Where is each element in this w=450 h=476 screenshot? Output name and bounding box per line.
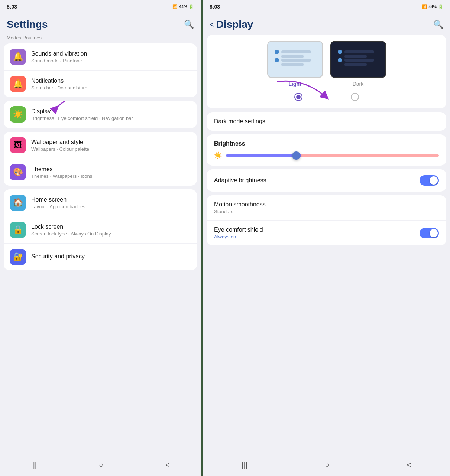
wallpaper-subtitle: Wallpapers · Colour palette [31, 146, 191, 152]
motion-eye-card: Motion smoothness Standard Eye comfort s… [207, 195, 446, 245]
eye-comfort-title: Eye comfort shield [214, 226, 420, 233]
radio-container [214, 93, 439, 101]
notifications-item[interactable]: 🔔 Notifications Status bar · Do not dist… [4, 71, 197, 97]
right-time: 8:03 [210, 4, 220, 10]
settings-search-icon[interactable]: 🔍 [184, 20, 194, 29]
themes-title: Themes [31, 166, 191, 173]
home-button[interactable]: ○ [99, 461, 103, 469]
dark-line-2 [344, 55, 367, 58]
themes-text: Themes Themes · Wallpapers · Icons [31, 166, 191, 179]
motion-smoothness-title: Motion smoothness [214, 201, 439, 208]
light-theme-option[interactable]: Light [267, 41, 323, 87]
notifications-subtitle: Status bar · Do not disturb [31, 85, 191, 91]
homescreen-subtitle: Layout · App icon badges [31, 204, 191, 209]
light-line-2 [281, 55, 304, 58]
settings-title: Settings [7, 19, 48, 30]
eye-comfort-toggle-thumb [430, 229, 438, 237]
wallpaper-item[interactable]: 🖼 Wallpaper and style Wallpapers · Colou… [4, 132, 197, 159]
adaptive-brightness-item[interactable]: Adaptive brightness [207, 169, 446, 192]
left-time: 8:03 [7, 4, 17, 10]
theme-selector-card: Light Dark [207, 35, 446, 108]
right-home-button[interactable]: ○ [325, 461, 329, 469]
themes-subtitle: Themes · Wallpapers · Icons [31, 173, 191, 179]
homescreen-title: Home screen [31, 196, 191, 203]
wallpaper-themes-card: 🖼 Wallpaper and style Wallpapers · Colou… [4, 132, 197, 186]
light-line-3 [281, 59, 311, 62]
display-text: Display Brightness · Eye comfort shield … [31, 108, 191, 121]
right-signal-icon: 📶 [422, 4, 427, 9]
dark-dot-1 [338, 50, 342, 54]
homescreen-etc-card: 🏠 Home screen Layout · App icon badges 🔒… [4, 189, 197, 270]
motion-smoothness-item[interactable]: Motion smoothness Standard [207, 195, 446, 221]
display-back-button[interactable]: < [210, 20, 214, 29]
dark-mode-settings-row[interactable]: Dark mode settings [207, 112, 446, 131]
display-panel: 8:03 📶 44% 🔋 < Display 🔍 [203, 0, 450, 476]
theme-radio-row [294, 93, 359, 101]
display-settings-card: Adaptive brightness [207, 169, 446, 192]
light-radio[interactable] [294, 93, 302, 101]
themes-item[interactable]: 🎨 Themes Themes · Wallpapers · Icons [4, 159, 197, 186]
wallpaper-text: Wallpaper and style Wallpapers · Colour … [31, 139, 191, 152]
battery-percentage: 44% [179, 4, 187, 9]
eye-comfort-left: Eye comfort shield Always on [214, 226, 420, 239]
motion-smoothness-subtitle: Standard [214, 209, 439, 214]
display-content: Light Dark [203, 35, 450, 456]
notifications-text: Notifications Status bar · Do not distur… [31, 78, 191, 91]
adaptive-brightness-toggle-thumb [430, 176, 438, 185]
brightness-card: Brightness ☀️ [207, 134, 446, 166]
display-header: < Display 🔍 [203, 12, 450, 35]
display-icon: ☀️ [10, 106, 26, 123]
display-subtitle: Brightness · Eye comfort shield · Naviga… [31, 115, 191, 121]
recents-button[interactable]: ||| [31, 461, 37, 469]
sounds-icon: 🔔 [10, 49, 26, 65]
back-button[interactable]: < [165, 461, 170, 469]
light-line-4 [281, 63, 304, 66]
left-status-icons: 📶 44% 🔋 [172, 4, 194, 9]
dark-theme-label: Dark [353, 81, 364, 87]
display-search-icon[interactable]: 🔍 [433, 20, 443, 29]
left-nav-bar: ||| ○ < [0, 456, 201, 476]
notifications-title: Notifications [31, 78, 191, 84]
settings-panel: 8:03 📶 44% 🔋 Settings 🔍 Modes Routines 🔔… [0, 0, 201, 476]
dark-line-1 [344, 50, 374, 53]
brightness-slider-thumb[interactable] [292, 151, 300, 160]
light-line-1 [281, 50, 311, 53]
light-theme-preview [267, 41, 323, 78]
sounds-card: 🔔 Sounds and vibration Sound mode · Ring… [4, 43, 197, 97]
dark-theme-option[interactable]: Dark [330, 41, 386, 87]
lockscreen-title: Lock screen [31, 224, 191, 230]
security-text: Security and privacy [31, 253, 191, 261]
homescreen-icon: 🏠 [10, 195, 26, 211]
brightness-slider-row: ☀️ [214, 151, 439, 160]
right-recents-button[interactable]: ||| [242, 461, 247, 469]
sounds-text: Sounds and vibration Sound mode · Ringto… [31, 50, 191, 63]
dark-line-3 [344, 59, 374, 62]
lockscreen-subtitle: Screen lock type · Always On Display [31, 231, 191, 237]
right-back-button[interactable]: < [407, 461, 411, 469]
notifications-icon: 🔔 [10, 76, 26, 92]
display-card: ☀️ Display Brightness · Eye comfort shie… [4, 101, 197, 128]
right-nav-bar: ||| ○ < [203, 456, 450, 476]
eye-comfort-toggle[interactable] [420, 228, 439, 238]
sounds-title: Sounds and vibration [31, 50, 191, 57]
lockscreen-item[interactable]: 🔒 Lock screen Screen lock type · Always … [4, 216, 197, 244]
lockscreen-icon: 🔒 [10, 222, 26, 238]
eye-comfort-shield-item[interactable]: Eye comfort shield Always on [207, 221, 446, 245]
brightness-slider-track[interactable] [226, 154, 439, 157]
right-status-icons: 📶 44% 🔋 [422, 4, 443, 9]
light-radio-inner [296, 95, 301, 99]
tabs-row: Modes Routines [0, 35, 201, 43]
display-item[interactable]: ☀️ Display Brightness · Eye comfort shie… [4, 101, 197, 128]
dark-radio[interactable] [351, 93, 359, 101]
adaptive-brightness-toggle[interactable] [420, 175, 439, 186]
signal-icon: 📶 [172, 4, 178, 9]
dark-mode-settings-label: Dark mode settings [214, 118, 265, 124]
eye-comfort-subtitle: Always on [214, 234, 420, 239]
homescreen-item[interactable]: 🏠 Home screen Layout · App icon badges [4, 189, 197, 216]
security-title: Security and privacy [31, 253, 191, 260]
brightness-sun-icon: ☀️ [214, 151, 222, 160]
theme-options: Light Dark [267, 41, 386, 87]
security-item[interactable]: 🔐 Security and privacy [4, 244, 197, 270]
sounds-subtitle: Sound mode · Ringtone [31, 58, 191, 63]
sounds-item[interactable]: 🔔 Sounds and vibration Sound mode · Ring… [4, 43, 197, 71]
